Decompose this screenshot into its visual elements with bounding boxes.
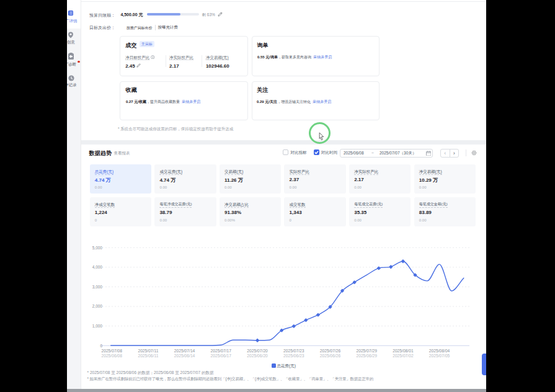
svg-text:2025/06/26: 2025/06/26 [320, 354, 341, 358]
svg-text:2025/07/20: 2025/07/20 [247, 349, 268, 353]
svg-text:0: 0 [100, 344, 102, 348]
svg-text:2025/07/26: 2025/07/26 [320, 349, 341, 353]
svg-text:2025/07/23: 2025/07/23 [283, 349, 304, 353]
svg-text:2,000: 2,000 [92, 304, 103, 308]
svg-text:4,000: 4,000 [92, 265, 103, 269]
svg-text:2025/07/11: 2025/07/11 [138, 349, 158, 353]
svg-text:2025/07/02: 2025/07/02 [393, 354, 414, 358]
svg-text:2025/07/17: 2025/07/17 [211, 349, 232, 353]
svg-text:5,000: 5,000 [92, 246, 103, 250]
svg-text:2025/06/29: 2025/06/29 [356, 354, 377, 358]
svg-text:2025/06/20: 2025/06/20 [247, 354, 268, 358]
svg-text:2025/07/08: 2025/07/08 [101, 349, 122, 353]
svg-text:2025/06/14: 2025/06/14 [174, 354, 195, 358]
svg-text:2025/06/17: 2025/06/17 [211, 354, 232, 358]
svg-text:2025/07/29: 2025/07/29 [356, 349, 377, 353]
svg-text:1,000: 1,000 [92, 324, 103, 328]
svg-text:2025/06/08: 2025/06/08 [101, 354, 122, 358]
svg-text:2025/07/14: 2025/07/14 [174, 349, 195, 353]
svg-text:3,000: 3,000 [92, 285, 103, 289]
svg-text:2025/06/11: 2025/06/11 [138, 354, 158, 358]
svg-text:2025/08/01: 2025/08/01 [393, 349, 414, 353]
svg-text:2025/07/05: 2025/07/05 [429, 354, 450, 358]
svg-text:2025/08/04: 2025/08/04 [429, 349, 450, 353]
svg-text:2025/06/23: 2025/06/23 [283, 354, 304, 358]
